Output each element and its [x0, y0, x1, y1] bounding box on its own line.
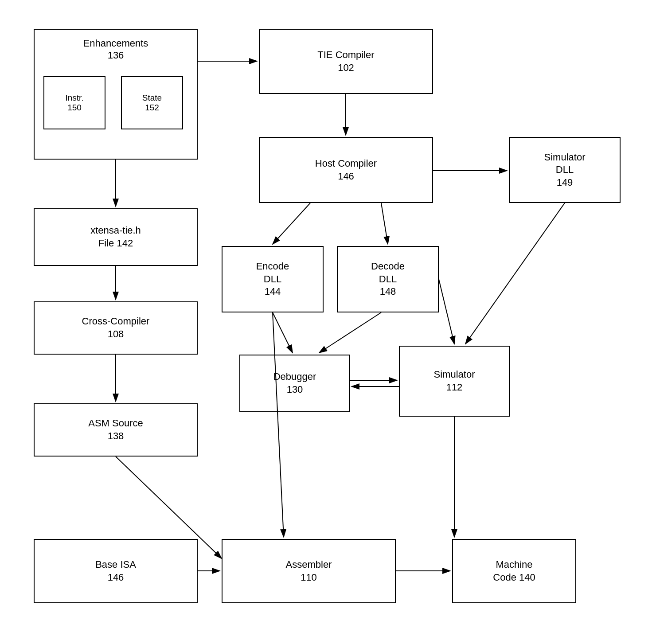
debugger-box: Debugger 130: [239, 355, 350, 412]
svg-line-11: [465, 203, 565, 344]
svg-line-9: [319, 312, 381, 353]
state-box: State 152: [121, 76, 183, 129]
svg-line-6: [381, 203, 388, 244]
xtensa-tie-file: File 142: [98, 237, 133, 250]
decode-dll-box: Decode DLL 148: [337, 246, 439, 312]
simulator-dll-box: Simulator DLL 149: [509, 137, 621, 203]
decode-label: Decode: [371, 260, 405, 273]
tie-compiler-box: TIE Compiler 102: [259, 29, 433, 94]
instr-box: Instr. 150: [43, 76, 105, 129]
enhancements-outer: Enhancements 136 Instr. 150 State 152: [34, 29, 198, 160]
svg-line-10: [439, 279, 454, 344]
base-isa-box: Base ISA 146: [34, 539, 198, 603]
svg-line-16: [273, 312, 284, 537]
simulator-box: Simulator 112: [399, 346, 510, 417]
diagram: Enhancements 136 Instr. 150 State 152 TI…: [0, 0, 656, 644]
enhancements-num: 136: [35, 50, 197, 61]
xtensa-tie-label: xtensa-tie.h: [90, 224, 141, 237]
decode-num: 148: [380, 285, 396, 298]
encode-num: 144: [265, 285, 281, 298]
machine-code-box: MachineCode 140: [452, 539, 576, 603]
svg-line-5: [273, 203, 310, 244]
encode-dll-box: Encode DLL 144: [222, 246, 324, 312]
assembler-box: Assembler 110: [222, 539, 396, 603]
encode-dll-label: DLL: [264, 273, 281, 286]
machine-code-label: MachineCode 140: [493, 558, 535, 584]
svg-line-8: [273, 312, 293, 353]
asm-source-box: ASM Source 138: [34, 403, 198, 457]
decode-dll-label: DLL: [379, 273, 397, 286]
encode-label: Encode: [256, 260, 289, 273]
xtensa-tie-box: xtensa-tie.h File 142: [34, 208, 198, 266]
cross-compiler-box: Cross-Compiler 108: [34, 301, 198, 355]
enhancements-label: Enhancements: [35, 38, 197, 49]
host-compiler-box: Host Compiler 146: [259, 137, 433, 203]
